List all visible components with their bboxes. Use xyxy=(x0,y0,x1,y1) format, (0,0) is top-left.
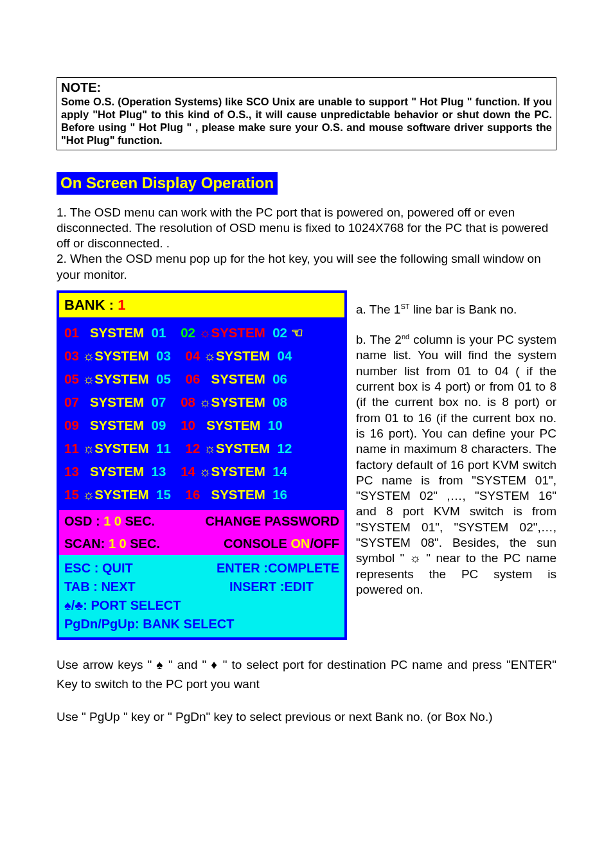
osd-value: 1 0 xyxy=(103,514,121,528)
port-number: 13 xyxy=(152,464,166,479)
port-name: SYSTEM xyxy=(206,418,260,433)
spacer xyxy=(144,394,151,410)
port-index: 07 xyxy=(64,394,83,410)
port-index: 03 xyxy=(64,348,83,364)
help-row-4: PgDn/PgUp: BANK SELECT xyxy=(64,615,339,633)
osd-post: SEC. xyxy=(121,514,155,528)
bank-label: BANK : xyxy=(64,297,114,313)
spacer xyxy=(83,418,90,433)
osd-port-row: 15 ☼SYSTEM 15 16 SYSTEM 16 xyxy=(64,483,339,506)
spacer xyxy=(83,394,90,410)
spacer xyxy=(149,371,156,387)
help-row-2: TAB : NEXT INSERT :EDIT xyxy=(64,578,339,596)
port-number: 10 xyxy=(268,418,283,433)
osd-time-label: OSD : 1 0 SEC. xyxy=(64,514,155,529)
port-name: SYSTEM xyxy=(90,325,144,341)
port-name: SYSTEM xyxy=(94,441,148,456)
note-body: Some O.S. (Operation Systems) like SCO U… xyxy=(61,95,552,147)
spacer xyxy=(204,371,211,387)
tab-next: TAB : NEXT xyxy=(64,580,136,594)
console-pre: CONSOLE xyxy=(224,536,290,551)
col-gap xyxy=(166,325,181,341)
port-number: 02 xyxy=(272,325,287,341)
hand-icon: ☜ xyxy=(287,325,303,341)
section-title: On Screen Display Operation xyxy=(57,172,278,195)
port-name: SYSTEM xyxy=(211,394,265,410)
spacer xyxy=(260,418,267,433)
osd-port-row: 01 SYSTEM 01 02 ☼SYSTEM 02 ☜ xyxy=(64,321,339,344)
col-gap xyxy=(171,371,186,387)
osd-port-grid: 01 SYSTEM 01 02 ☼SYSTEM 02 ☜03 ☼SYSTEM 0… xyxy=(59,317,344,510)
osd-port-row: 11 ☼SYSTEM 11 12 ☼SYSTEM 12 xyxy=(64,437,339,460)
console-onoff-label: CONSOLE ON/OFF xyxy=(224,536,339,551)
port-number: 11 xyxy=(156,441,171,456)
port-number: 04 xyxy=(278,348,292,364)
scan-pre: SCAN: xyxy=(64,536,109,551)
paragraph-b: b. The 2nd column is your PC system name… xyxy=(356,332,556,598)
osd-bank-bar: BANK : 1 xyxy=(59,293,344,317)
osd-help-bar: ESC : QUIT ENTER :COMPLETE TAB : NEXT IN… xyxy=(59,555,344,637)
sun-icon: ☼ xyxy=(199,394,211,410)
port-index: 01 xyxy=(64,325,83,341)
scan-time-label: SCAN: 1 0 SEC. xyxy=(64,536,160,551)
osd-port-row: 07 SYSTEM 07 08 ☼SYSTEM 08 xyxy=(64,391,339,414)
osd-port-row: 03 ☼SYSTEM 03 04 ☼SYSTEM 04 xyxy=(64,344,339,368)
change-password-label: CHANGE PASSWORD xyxy=(205,514,339,529)
spacer xyxy=(149,348,156,364)
port-name: SYSTEM xyxy=(94,371,148,387)
osd-window: BANK : 1 01 SYSTEM 01 02 ☼SYSTEM 02 ☜03 … xyxy=(57,290,347,640)
spacer xyxy=(265,371,272,387)
port-name: SYSTEM xyxy=(211,325,265,341)
port-name: SYSTEM xyxy=(94,348,148,364)
after-1: Use arrow keys " ♠ " and " ♦ " to select… xyxy=(57,655,556,695)
port-number: 14 xyxy=(272,464,287,479)
osd-port-row: 13 SYSTEM 13 14 ☼SYSTEM 14 xyxy=(64,460,339,483)
col-gap xyxy=(171,487,186,502)
osd-pre: OSD : xyxy=(64,514,103,528)
esc-quit: ESC : QUIT xyxy=(64,561,133,576)
port-name: SYSTEM xyxy=(216,348,270,364)
spacer xyxy=(265,464,272,479)
port-index: 08 xyxy=(181,394,199,410)
sun-icon: ☼ xyxy=(83,487,95,502)
port-index: 09 xyxy=(64,418,83,433)
col-gap xyxy=(171,348,186,364)
port-name: SYSTEM xyxy=(211,487,265,502)
document-page: NOTE: Some O.S. (Operation Systems) like… xyxy=(0,0,613,868)
port-index: 15 xyxy=(64,487,83,502)
port-index: 13 xyxy=(64,464,83,479)
spacer xyxy=(149,487,156,502)
port-number: 06 xyxy=(272,371,287,387)
port-number: 09 xyxy=(152,418,166,433)
spacer xyxy=(265,394,272,410)
sun-icon: ☼ xyxy=(204,348,216,364)
port-name: SYSTEM xyxy=(90,394,144,410)
spacer xyxy=(149,441,156,456)
console-off: /OFF xyxy=(310,536,339,551)
spacer xyxy=(270,441,277,456)
spacer xyxy=(144,418,151,433)
port-number: 03 xyxy=(156,348,171,364)
right-column: a. The 1ST line bar is Bank no. b. The 2… xyxy=(356,290,556,598)
port-index: 05 xyxy=(64,371,83,387)
port-number: 12 xyxy=(278,441,292,456)
sun-icon: ☼ xyxy=(204,441,216,456)
port-name: SYSTEM xyxy=(216,441,270,456)
intro-text: 1. The OSD menu can work with the PC por… xyxy=(57,205,556,283)
port-index: 12 xyxy=(186,441,204,456)
port-number: 01 xyxy=(152,325,166,341)
osd-scan-time-row: SCAN: 1 0 SEC. CONSOLE ON/OFF xyxy=(59,533,344,555)
port-index: 10 xyxy=(181,418,199,433)
bank-select: PgDn/PgUp: BANK SELECT xyxy=(64,617,234,632)
col-gap xyxy=(171,441,186,456)
port-index: 04 xyxy=(186,348,204,364)
spacer xyxy=(265,487,272,502)
col-gap xyxy=(166,464,181,479)
col-gap xyxy=(166,394,181,410)
enter-complete: ENTER :COMPLETE xyxy=(217,561,339,576)
sun-icon: ☼ xyxy=(199,464,211,479)
port-number: 15 xyxy=(156,487,171,502)
spacer xyxy=(265,325,272,341)
port-name: SYSTEM xyxy=(211,371,265,387)
spacer xyxy=(144,464,151,479)
